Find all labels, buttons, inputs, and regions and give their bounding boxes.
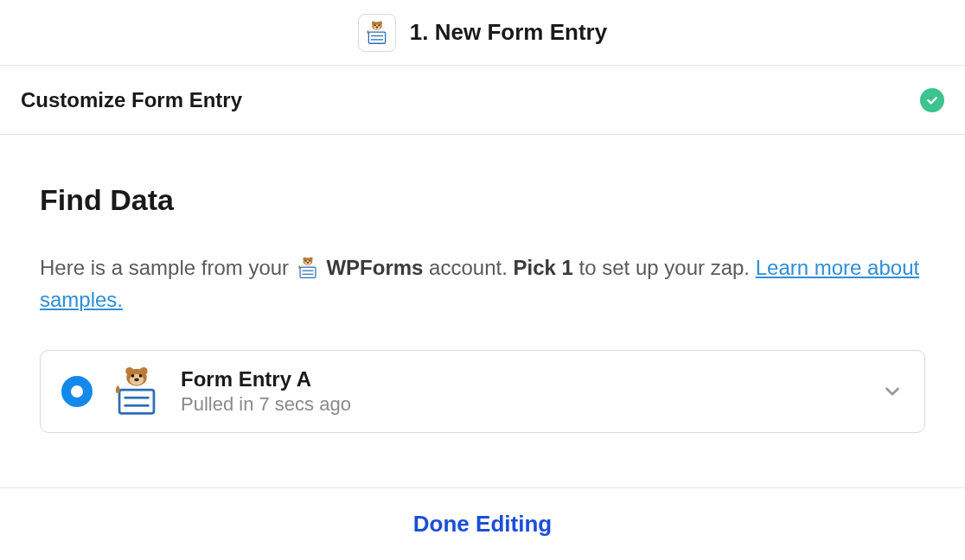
done-editing-button[interactable]: Done Editing [413,511,552,538]
instruction-prefix: Here is a sample from your [40,256,295,279]
app-icon-box [358,14,396,52]
find-data-heading: Find Data [40,183,925,217]
step-header: 1. New Form Entry [0,0,965,66]
instruction-text: Here is a sample from your WPForms accou… [40,251,925,315]
chevron-down-icon [881,380,904,403]
footer-bar: Done Editing [0,487,965,560]
instruction-mid: account. [423,256,513,279]
radio-selected-icon[interactable] [61,376,93,407]
instruction-suffix: to set up your zap. [573,256,756,279]
step-title: 1. New Form Entry [410,19,607,46]
sample-title: Form Entry A [181,367,862,391]
customize-title: Customize Form Entry [21,88,242,112]
wpforms-icon [365,21,389,45]
sample-subtitle: Pulled in 7 secs ago [181,393,862,416]
app-name: WPForms [326,256,423,279]
find-data-section: Find Data Here is a sample from your WPF… [0,135,965,454]
wpforms-card-icon [112,366,162,417]
sample-card[interactable]: Form Entry A Pulled in 7 secs ago [40,350,925,433]
sample-text: Form Entry A Pulled in 7 secs ago [181,367,862,416]
wpforms-inline-icon [297,257,319,279]
pick-label: Pick 1 [514,256,573,279]
customize-row[interactable]: Customize Form Entry [0,66,965,135]
complete-check-icon [920,88,944,112]
